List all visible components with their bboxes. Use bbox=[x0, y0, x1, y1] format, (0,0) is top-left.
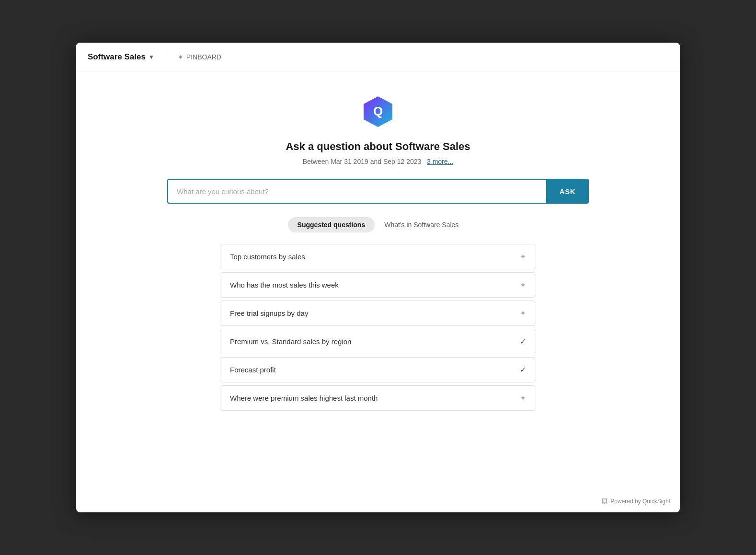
title-dropdown[interactable]: Software Sales ▼ bbox=[88, 52, 154, 62]
search-input[interactable] bbox=[167, 179, 546, 204]
svg-text:Q: Q bbox=[373, 104, 383, 118]
page-title: Ask a question about Software Sales bbox=[286, 140, 470, 153]
footer-label: Powered by QuickSight bbox=[610, 498, 670, 505]
date-range-text: Between Mar 31 2019 and Sep 12 2023 bbox=[303, 158, 422, 165]
footer-icon: 🖼 bbox=[601, 497, 607, 505]
question-item-5[interactable]: Forecast profit ✓ bbox=[220, 357, 536, 382]
nav-divider bbox=[166, 51, 166, 63]
question-icon-5: ✓ bbox=[520, 365, 526, 374]
question-text-6: Where were premium sales highest last mo… bbox=[230, 394, 378, 402]
question-text-1: Top customers by sales bbox=[230, 253, 305, 261]
question-icon-2: ✦ bbox=[520, 280, 526, 289]
question-item-4[interactable]: Premium vs. Standard sales by region ✓ bbox=[220, 329, 536, 354]
app-window: Software Sales ▼ ✦ PINBOARD Q bbox=[76, 43, 680, 512]
dropdown-icon: ▼ bbox=[149, 54, 154, 60]
question-icon-3: ✦ bbox=[520, 309, 526, 318]
question-text-5: Forecast profit bbox=[230, 366, 276, 374]
pinboard-nav[interactable]: ✦ PINBOARD bbox=[178, 53, 221, 61]
tabs-container: Suggested questions What's in Software S… bbox=[288, 217, 469, 232]
question-icon-4: ✓ bbox=[520, 337, 526, 346]
main-content: Q Ask a question about Software Sales Be… bbox=[76, 71, 680, 512]
tab-whats-in[interactable]: What's in Software Sales bbox=[375, 217, 468, 232]
pinboard-icon: ✦ bbox=[178, 53, 183, 61]
date-range: Between Mar 31 2019 and Sep 12 2023 3 mo… bbox=[303, 158, 453, 165]
question-icon-6: ✦ bbox=[520, 393, 526, 403]
logo-container: Q bbox=[361, 94, 395, 131]
question-item-6[interactable]: Where were premium sales highest last mo… bbox=[220, 385, 536, 411]
question-item-2[interactable]: Who has the most sales this week ✦ bbox=[220, 272, 536, 298]
question-item-3[interactable]: Free trial signups by day ✦ bbox=[220, 301, 536, 326]
tab-suggested[interactable]: Suggested questions bbox=[288, 217, 375, 232]
pinboard-label: PINBOARD bbox=[186, 53, 221, 61]
questions-list: Top customers by sales ✦ Who has the mos… bbox=[220, 244, 536, 411]
question-text-2: Who has the most sales this week bbox=[230, 281, 339, 289]
search-bar-container: ASK bbox=[167, 179, 589, 204]
footer: 🖼 Powered by QuickSight bbox=[601, 497, 670, 505]
navbar: Software Sales ▼ ✦ PINBOARD bbox=[76, 43, 680, 71]
question-text-3: Free trial signups by day bbox=[230, 309, 308, 317]
more-filters-link[interactable]: 3 more... bbox=[427, 158, 453, 165]
question-text-4: Premium vs. Standard sales by region bbox=[230, 337, 351, 346]
app-title: Software Sales bbox=[88, 52, 146, 62]
ask-button[interactable]: ASK bbox=[546, 179, 589, 204]
question-item-1[interactable]: Top customers by sales ✦ bbox=[220, 244, 536, 269]
app-logo: Q bbox=[361, 94, 395, 129]
question-icon-1: ✦ bbox=[520, 252, 526, 261]
